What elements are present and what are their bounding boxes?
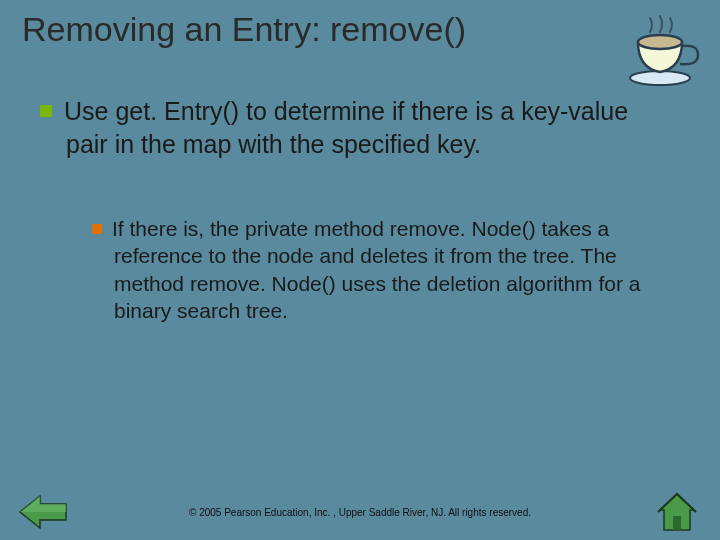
teacup-icon xyxy=(624,10,702,90)
svg-point-1 xyxy=(638,35,682,49)
bullet-square-icon xyxy=(92,224,102,234)
bullet-square-icon xyxy=(40,105,52,117)
page-title: Removing an Entry: remove() xyxy=(22,10,466,49)
svg-rect-2 xyxy=(673,516,681,530)
main-bullet-text: Use get. Entry() to determine if there i… xyxy=(64,97,628,158)
main-bullet: Use get. Entry() to determine if there i… xyxy=(40,95,650,160)
copyright-footer: © 2005 Pearson Education, Inc. , Upper S… xyxy=(0,507,720,518)
nav-home-button[interactable] xyxy=(652,490,702,532)
sub-bullet: If there is, the private method remove. … xyxy=(92,215,652,324)
sub-bullet-text: If there is, the private method remove. … xyxy=(112,217,640,322)
nav-back-button[interactable] xyxy=(18,492,68,532)
